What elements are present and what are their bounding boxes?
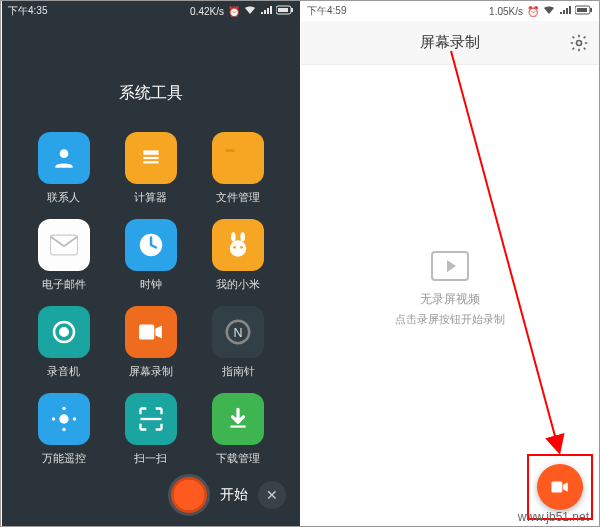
- download-icon: [212, 393, 264, 445]
- svg-point-29: [577, 41, 582, 46]
- start-label: 开始: [220, 486, 248, 504]
- status-time: 下午4:59: [307, 4, 346, 18]
- svg-rect-2: [278, 8, 288, 12]
- app-recorder[interactable]: 录音机: [20, 306, 107, 379]
- svg-rect-1: [291, 8, 293, 12]
- app-label: 指南针: [222, 364, 255, 379]
- app-scan[interactable]: 扫一扫: [107, 393, 194, 466]
- svg-point-12: [233, 246, 236, 249]
- folder-title: 系统工具: [2, 83, 300, 104]
- screenshot-canvas: 下午4:35 0.42K/s ⏰ 系统工具 联系人 计算器: [0, 0, 600, 527]
- app-downloads[interactable]: 下载管理: [195, 393, 282, 466]
- gear-icon: [569, 33, 589, 53]
- app-files[interactable]: 文件管理: [195, 132, 282, 205]
- record-dock: 开始 ✕: [168, 474, 286, 516]
- signal-icon: [559, 5, 571, 17]
- svg-rect-28: [577, 8, 587, 12]
- svg-point-21: [62, 428, 66, 432]
- app-label: 我的小米: [216, 277, 260, 292]
- app-label: 录音机: [47, 364, 80, 379]
- svg-point-22: [51, 417, 55, 421]
- svg-point-15: [60, 328, 68, 336]
- compass-icon: N: [212, 306, 264, 358]
- status-net-speed: 1.05K/s: [489, 6, 523, 17]
- svg-rect-30: [551, 482, 562, 493]
- svg-rect-16: [139, 324, 154, 339]
- scan-icon: [125, 393, 177, 445]
- svg-point-9: [231, 232, 236, 241]
- status-bar: 下午4:59 1.05K/s ⏰: [301, 1, 599, 21]
- app-screen-record[interactable]: 屏幕录制: [107, 306, 194, 379]
- contacts-icon: [38, 132, 90, 184]
- app-label: 屏幕录制: [129, 364, 173, 379]
- folder-icon: [212, 132, 264, 184]
- svg-rect-27: [590, 8, 592, 12]
- empty-subtitle: 点击录屏按钮开始录制: [301, 312, 599, 327]
- app-mail[interactable]: 电子邮件: [20, 219, 107, 292]
- app-label: 时钟: [140, 277, 162, 292]
- svg-point-10: [241, 232, 246, 241]
- app-clock[interactable]: 时钟: [107, 219, 194, 292]
- status-time: 下午4:35: [8, 4, 47, 18]
- mi-bunny-icon: [212, 219, 264, 271]
- screen-record-icon: [125, 306, 177, 358]
- svg-text:N: N: [234, 326, 243, 340]
- app-label: 计算器: [134, 190, 167, 205]
- empty-state: 无录屏视频 点击录屏按钮开始录制: [301, 251, 599, 327]
- watermark: www.jb51.net: [518, 510, 589, 524]
- app-label: 扫一扫: [134, 451, 167, 466]
- app-compass[interactable]: N 指南针: [195, 306, 282, 379]
- status-bar: 下午4:35 0.42K/s ⏰: [2, 1, 300, 21]
- wifi-icon: [244, 5, 256, 17]
- signal-icon: [260, 5, 272, 17]
- svg-point-23: [72, 417, 76, 421]
- svg-rect-5: [143, 157, 158, 159]
- app-calculator[interactable]: 计算器: [107, 132, 194, 205]
- remote-icon: [38, 393, 90, 445]
- svg-point-20: [62, 407, 66, 411]
- battery-icon: [575, 5, 593, 17]
- page-title: 屏幕录制: [420, 33, 480, 52]
- svg-point-11: [230, 240, 246, 256]
- empty-title: 无录屏视频: [301, 291, 599, 308]
- video-placeholder-icon: [431, 251, 469, 281]
- app-label: 联系人: [47, 190, 80, 205]
- app-mi-account[interactable]: 我的小米: [195, 219, 282, 292]
- wifi-icon: [543, 5, 555, 17]
- close-icon: ✕: [266, 487, 278, 503]
- clock-icon: [125, 219, 177, 271]
- svg-rect-6: [143, 161, 158, 163]
- battery-icon: [276, 5, 294, 17]
- app-label: 电子邮件: [42, 277, 86, 292]
- recorder-icon: [38, 306, 90, 358]
- record-button[interactable]: [168, 474, 210, 516]
- phone-left: 下午4:35 0.42K/s ⏰ 系统工具 联系人 计算器: [2, 1, 300, 526]
- svg-point-13: [240, 246, 243, 249]
- app-header: 屏幕录制: [301, 21, 599, 65]
- camera-icon: [550, 480, 570, 494]
- phone-right: 下午4:59 1.05K/s ⏰ 屏幕录制 无录屏视频 点击录屏按钮开始录制: [301, 1, 599, 526]
- svg-point-19: [59, 414, 68, 423]
- app-remote[interactable]: 万能遥控: [20, 393, 107, 466]
- settings-button[interactable]: [569, 33, 589, 57]
- app-grid: 联系人 计算器 文件管理 电子邮件 时钟 我的小米: [2, 132, 300, 466]
- svg-rect-7: [50, 235, 77, 255]
- mail-icon: [38, 219, 90, 271]
- calculator-icon: [125, 132, 177, 184]
- svg-rect-25: [231, 426, 246, 428]
- app-contacts[interactable]: 联系人: [20, 132, 107, 205]
- app-label: 万能遥控: [42, 451, 86, 466]
- record-fab[interactable]: [537, 464, 583, 510]
- svg-point-3: [59, 149, 68, 158]
- svg-rect-4: [143, 150, 158, 154]
- close-button[interactable]: ✕: [258, 481, 286, 509]
- app-label: 文件管理: [216, 190, 260, 205]
- status-net-speed: 0.42K/s: [190, 6, 224, 17]
- alarm-icon: ⏰: [527, 6, 539, 17]
- alarm-icon: ⏰: [228, 6, 240, 17]
- app-label: 下载管理: [216, 451, 260, 466]
